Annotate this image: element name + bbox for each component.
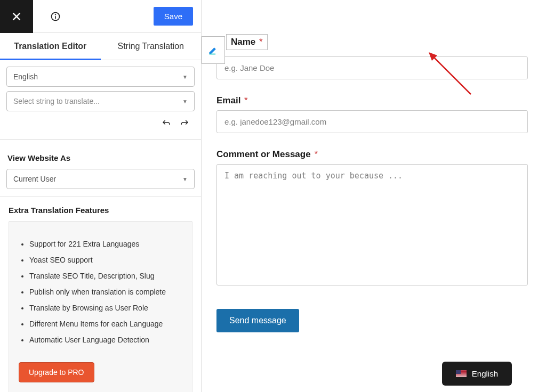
comment-textarea[interactable] xyxy=(216,164,528,285)
chevron-down-icon: ▼ xyxy=(182,74,188,80)
view-as-select[interactable]: Current User ▼ xyxy=(6,169,195,189)
tab-translation-editor[interactable]: Translation Editor xyxy=(0,33,101,60)
string-select-placeholder: Select string to translate... xyxy=(13,97,100,105)
view-website-title: View Website As xyxy=(7,153,194,162)
list-item: Translate SEO Title, Description, Slug xyxy=(29,272,182,280)
features-box: Support for 221 Extra Languages Yoast SE… xyxy=(9,221,192,392)
panel-selects: English ▼ Select string to translate... … xyxy=(0,60,201,139)
email-label: Email * xyxy=(216,95,528,106)
topbar: Save xyxy=(0,0,201,33)
close-button[interactable] xyxy=(0,0,33,33)
comment-label: Comment or Message * xyxy=(216,149,528,160)
name-input[interactable] xyxy=(216,56,528,79)
required-marker: * xyxy=(259,37,263,47)
extra-features-title: Extra Translation Features xyxy=(9,206,192,215)
view-website-section: View Website As Current User ▼ xyxy=(0,140,201,197)
pencil-icon xyxy=(208,45,219,55)
language-select-value: English xyxy=(13,72,38,81)
email-label-text: Email xyxy=(216,95,240,105)
us-flag-icon xyxy=(456,370,467,377)
list-item: Translate by Browsing as User Role xyxy=(29,304,182,312)
redo-icon[interactable] xyxy=(180,119,189,128)
chevron-down-icon: ▼ xyxy=(182,176,188,182)
name-label-highlight[interactable]: Name * xyxy=(226,34,268,50)
list-item: Yoast SEO support xyxy=(29,256,182,264)
svg-point-4 xyxy=(55,14,56,14)
name-label-text: Name xyxy=(231,37,255,47)
email-input[interactable] xyxy=(216,110,528,133)
info-area xyxy=(33,11,154,22)
info-icon[interactable] xyxy=(50,11,61,22)
list-item: Automatic User Language Detection xyxy=(29,336,182,344)
language-select[interactable]: English ▼ xyxy=(6,67,195,87)
nav-arrows xyxy=(6,116,195,133)
extra-features-section: Extra Translation Features Support for 2… xyxy=(0,206,201,392)
language-switcher[interactable]: English xyxy=(442,362,512,386)
comment-label-text: Comment or Message xyxy=(216,149,311,159)
required-marker: * xyxy=(314,149,318,159)
send-button[interactable]: Send message xyxy=(216,309,299,332)
close-icon xyxy=(11,11,22,22)
list-item: Support for 221 Extra Languages xyxy=(29,240,182,248)
string-select[interactable]: Select string to translate... ▼ xyxy=(6,91,195,111)
view-as-value: Current User xyxy=(13,175,56,183)
language-switcher-label: English xyxy=(472,369,498,378)
features-list: Support for 221 Extra Languages Yoast SE… xyxy=(19,240,182,344)
undo-icon[interactable] xyxy=(162,119,171,128)
save-button[interactable]: Save xyxy=(154,7,193,26)
required-marker: * xyxy=(244,95,248,105)
upgrade-button[interactable]: Upgrade to PRO xyxy=(19,362,94,382)
tabs: Translation Editor String Translation xyxy=(0,33,201,60)
svg-rect-5 xyxy=(210,54,216,55)
edit-chip[interactable] xyxy=(202,36,225,64)
tab-string-translation[interactable]: String Translation xyxy=(101,33,202,60)
main-preview: Name * Email * Comment or Message * Send… xyxy=(202,0,546,392)
sidebar: Save Translation Editor String Translati… xyxy=(0,0,202,392)
list-item: Publish only when translation is complet… xyxy=(29,288,182,296)
list-item: Different Menu Items for each Language xyxy=(29,320,182,328)
chevron-down-icon: ▼ xyxy=(182,99,188,104)
